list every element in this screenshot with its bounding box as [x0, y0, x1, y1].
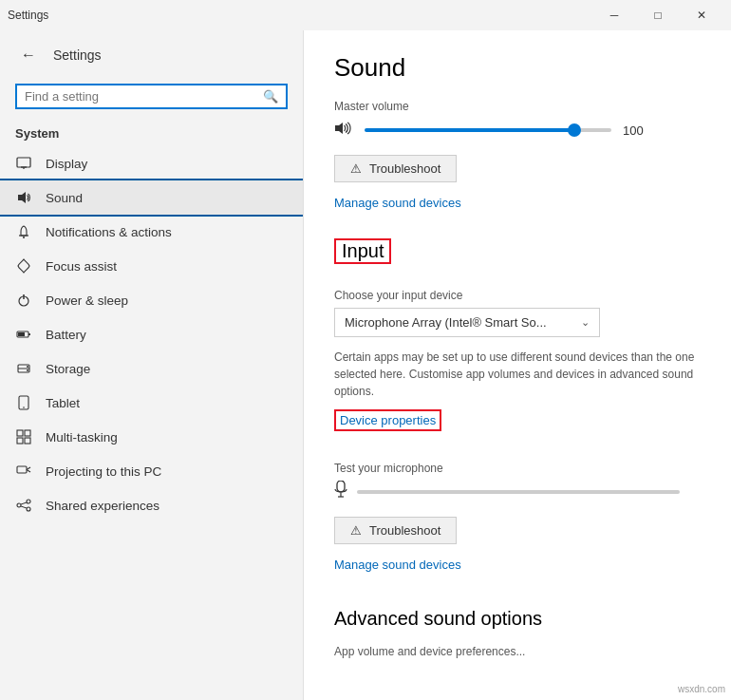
close-button[interactable]: ✕: [680, 0, 723, 30]
sidebar-item-focus[interactable]: Focus assist: [0, 249, 303, 283]
sidebar-item-battery[interactable]: Battery: [0, 317, 303, 351]
input-device-label: Choose your input device: [334, 289, 701, 302]
test-mic-label: Test your microphone: [334, 462, 701, 475]
input-info-text: Certain apps may be set up to use differ…: [334, 349, 695, 400]
watermark: wsxdn.com: [678, 684, 725, 694]
tablet-label: Tablet: [46, 396, 80, 410]
system-label: System: [0, 121, 303, 146]
maximize-button[interactable]: □: [636, 0, 680, 30]
multitasking-icon: [15, 429, 32, 445]
sound-icon: [15, 190, 32, 205]
svg-line-23: [27, 470, 30, 473]
search-input[interactable]: [25, 89, 257, 104]
main-content: Sound Master volume 100 ⚠ Troubleshoot M…: [304, 30, 731, 700]
svg-rect-10: [18, 332, 25, 336]
svg-point-13: [27, 366, 28, 368]
volume-thumb: [568, 123, 581, 137]
shared-icon: [15, 498, 32, 513]
app-container: ← Settings 🔍 System Display: [0, 30, 731, 700]
svg-line-27: [21, 502, 27, 504]
shared-label: Shared experiences: [46, 499, 159, 513]
svg-rect-0: [17, 158, 30, 167]
multitasking-label: Multi-tasking: [46, 430, 118, 445]
svg-rect-9: [28, 333, 30, 335]
svg-rect-19: [17, 438, 23, 444]
svg-rect-18: [25, 430, 30, 436]
battery-label: Battery: [46, 328, 86, 342]
projecting-icon: [15, 464, 32, 479]
sidebar-item-display[interactable]: Display: [0, 146, 303, 180]
manage-sound-devices-link[interactable]: Manage sound devices: [334, 196, 461, 210]
display-icon: [15, 156, 32, 171]
sidebar-item-storage[interactable]: Storage: [0, 351, 303, 386]
svg-point-5: [23, 236, 25, 238]
master-volume-label: Master volume: [334, 100, 701, 113]
app-title-label: Settings: [8, 9, 48, 22]
input-heading: Input: [334, 238, 391, 264]
svg-point-25: [17, 503, 21, 507]
svg-rect-20: [25, 438, 30, 444]
volume-icon: [334, 121, 353, 140]
svg-marker-3: [18, 192, 26, 203]
svg-point-16: [23, 407, 25, 408]
title-bar-left: Settings: [8, 9, 48, 22]
focus-icon: [15, 258, 32, 274]
volume-slider[interactable]: [365, 128, 611, 132]
title-bar-controls: ─ □ ✕: [592, 0, 723, 30]
sidebar-header: ← Settings: [0, 30, 303, 76]
storage-icon: [15, 361, 32, 376]
svg-rect-21: [17, 466, 27, 473]
troubleshoot-button-input[interactable]: ⚠ Troubleshoot: [334, 517, 457, 544]
manage-sound-devices-link-2[interactable]: Manage sound devices: [334, 558, 461, 572]
svg-line-22: [27, 467, 30, 470]
sidebar-item-notifications[interactable]: Notifications & actions: [0, 215, 303, 249]
sidebar-item-tablet[interactable]: Tablet: [0, 386, 303, 420]
sidebar-item-multitasking[interactable]: Multi-tasking: [0, 420, 303, 454]
title-bar: Settings ─ □ ✕: [0, 0, 731, 30]
sidebar-item-projecting[interactable]: Projecting to this PC: [0, 454, 303, 488]
power-label: Power & sleep: [46, 293, 128, 308]
warning-icon-2: ⚠: [350, 523, 362, 538]
notifications-icon: [15, 224, 32, 239]
input-device-dropdown[interactable]: Microphone Array (Intel® Smart So... ⌄: [334, 308, 600, 337]
sidebar-item-shared[interactable]: Shared experiences: [0, 488, 303, 522]
sound-label: Sound: [46, 191, 83, 205]
power-icon: [15, 293, 32, 308]
sidebar-item-sound[interactable]: Sound: [0, 180, 303, 215]
volume-value: 100: [623, 123, 649, 138]
storage-label: Storage: [46, 362, 90, 376]
microphone-icon: [334, 481, 347, 503]
back-button[interactable]: ←: [15, 42, 42, 68]
sidebar: ← Settings 🔍 System Display: [0, 30, 304, 700]
troubleshoot-btn-label: Troubleshoot: [369, 161, 440, 176]
advanced-heading: Advanced sound options: [334, 604, 701, 630]
troubleshoot-button-output[interactable]: ⚠ Troubleshoot: [334, 155, 457, 182]
svg-point-14: [27, 369, 28, 371]
device-properties-link[interactable]: Device properties: [334, 409, 441, 431]
troubleshoot-btn-label-2: Troubleshoot: [369, 523, 440, 538]
mic-test-bar: [357, 490, 680, 494]
svg-rect-30: [337, 481, 345, 492]
focus-label: Focus assist: [46, 259, 117, 274]
sidebar-item-power[interactable]: Power & sleep: [0, 283, 303, 317]
search-box[interactable]: 🔍: [15, 84, 288, 109]
notifications-label: Notifications & actions: [46, 225, 172, 239]
advanced-subtext: App volume and device preferences...: [334, 643, 695, 660]
display-label: Display: [46, 157, 87, 171]
tablet-icon: [15, 395, 32, 410]
warning-icon: ⚠: [350, 161, 362, 176]
svg-point-26: [27, 507, 30, 511]
mic-row: [334, 481, 701, 503]
sidebar-app-title: Settings: [53, 47, 102, 63]
input-device-value: Microphone Array (Intel® Smart So...: [345, 315, 547, 330]
svg-marker-29: [335, 123, 343, 134]
svg-line-28: [21, 506, 27, 508]
search-icon: 🔍: [263, 89, 278, 104]
minimize-button[interactable]: ─: [592, 0, 636, 30]
svg-point-24: [27, 500, 30, 503]
chevron-down-icon: ⌄: [581, 316, 590, 329]
svg-rect-17: [17, 430, 23, 436]
projecting-label: Projecting to this PC: [46, 464, 161, 479]
page-title: Sound: [334, 53, 701, 83]
battery-icon: [15, 327, 32, 342]
